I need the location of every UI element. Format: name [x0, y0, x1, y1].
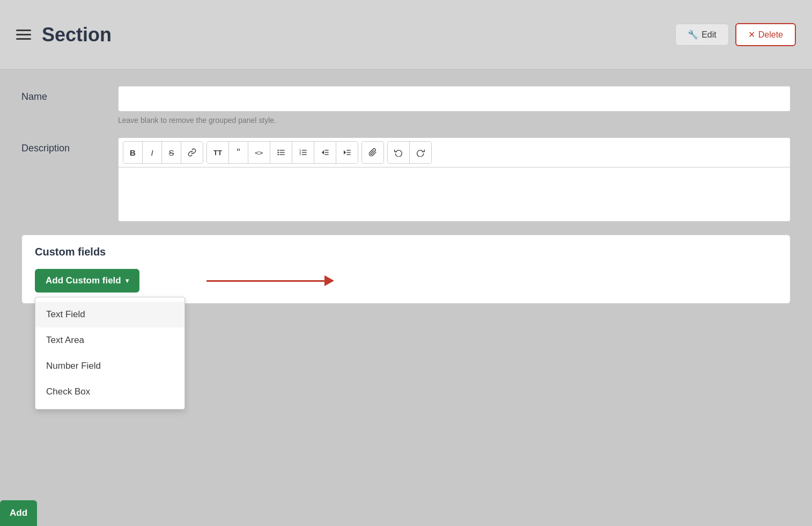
- dropdown-arrow-icon: ▾: [126, 277, 129, 284]
- header-left: Section: [16, 24, 112, 46]
- svg-rect-4: [279, 152, 284, 152]
- svg-point-0: [277, 150, 279, 151]
- dropdown-item-text-field[interactable]: Text Field: [35, 302, 184, 327]
- toolbar-link[interactable]: [181, 142, 203, 163]
- svg-rect-17: [346, 150, 350, 150]
- svg-point-2: [277, 154, 279, 156]
- add-custom-field-button[interactable]: Add Custom field ▾: [35, 269, 139, 293]
- editor-container: B I S TT " <>: [118, 137, 791, 222]
- svg-point-1: [277, 152, 279, 154]
- name-label: Name: [21, 86, 107, 103]
- svg-rect-10: [302, 152, 307, 152]
- toolbar-group-history: [387, 141, 432, 164]
- dropdown-item-check-box[interactable]: Check Box: [35, 379, 184, 405]
- toolbar-code[interactable]: <>: [248, 142, 270, 163]
- svg-rect-14: [324, 152, 328, 152]
- toolbar-undo[interactable]: [388, 142, 410, 163]
- svg-marker-12: [322, 150, 324, 155]
- description-label: Description: [21, 137, 107, 154]
- toolbar-bullet-list[interactable]: [270, 142, 292, 163]
- toolbar-strikethrough[interactable]: S: [162, 142, 181, 163]
- svg-rect-9: [302, 150, 307, 150]
- description-form-row: Description B I S: [21, 137, 791, 222]
- svg-rect-15: [324, 154, 328, 155]
- editor-toolbar: B I S TT " <>: [119, 138, 790, 167]
- edit-button[interactable]: 🔧 Edit: [675, 24, 729, 46]
- svg-rect-19: [346, 154, 350, 155]
- custom-field-dropdown: Text Field Text Area Number Field Check …: [35, 297, 185, 410]
- svg-marker-16: [344, 150, 346, 155]
- svg-text:3: 3: [299, 152, 301, 156]
- toolbar-italic[interactable]: I: [143, 142, 162, 163]
- toolbar-redo[interactable]: [410, 142, 431, 163]
- svg-rect-5: [279, 154, 284, 155]
- toolbar-numbered-list[interactable]: 123: [292, 142, 314, 163]
- delete-button[interactable]: ✕ Delete: [735, 23, 796, 46]
- svg-rect-18: [346, 152, 350, 152]
- page-title: Section: [42, 24, 112, 46]
- toolbar-quote[interactable]: ": [229, 142, 248, 163]
- svg-rect-11: [302, 154, 307, 155]
- bottom-add-button[interactable]: Add: [0, 500, 37, 526]
- toolbar-indent-more[interactable]: [336, 142, 358, 163]
- svg-rect-3: [279, 150, 284, 150]
- wrench-icon: 🔧: [688, 30, 698, 40]
- toolbar-group-block: TT " <> 123: [206, 141, 358, 164]
- main-container: Section 🔧 Edit ✕ Delete Name Leave blank…: [0, 0, 812, 526]
- description-editor[interactable]: [119, 167, 790, 221]
- toolbar-attachment[interactable]: [362, 142, 383, 163]
- page-header: Section 🔧 Edit ✕ Delete: [0, 0, 812, 70]
- custom-fields-title: Custom fields: [35, 246, 777, 258]
- hamburger-icon[interactable]: [16, 30, 31, 40]
- svg-rect-13: [324, 150, 328, 150]
- toolbar-indent-less[interactable]: [314, 142, 336, 163]
- editor-wrapper: B I S TT " <>: [118, 137, 791, 222]
- toolbar-group-format: B I S: [123, 141, 203, 164]
- toolbar-text-size[interactable]: TT: [207, 142, 229, 163]
- toolbar-group-attach: [361, 141, 384, 164]
- content-area: Name Leave blank to remove the grouped p…: [0, 70, 812, 320]
- toolbar-bold[interactable]: B: [123, 142, 143, 163]
- arrow-annotation: [206, 275, 334, 286]
- name-hint: Leave blank to remove the grouped panel …: [118, 116, 791, 125]
- close-icon: ✕: [748, 30, 755, 40]
- dropdown-item-text-area[interactable]: Text Area: [35, 327, 184, 353]
- custom-fields-section: Custom fields Add Custom field ▾ Text Fi…: [21, 235, 791, 304]
- name-field-container: Leave blank to remove the grouped panel …: [118, 86, 791, 125]
- dropdown-item-number-field[interactable]: Number Field: [35, 353, 184, 379]
- name-form-row: Name Leave blank to remove the grouped p…: [21, 86, 791, 125]
- add-custom-field-wrapper: Add Custom field ▾ Text Field Text Area …: [35, 269, 139, 293]
- name-input[interactable]: [118, 86, 791, 112]
- header-actions: 🔧 Edit ✕ Delete: [675, 23, 796, 46]
